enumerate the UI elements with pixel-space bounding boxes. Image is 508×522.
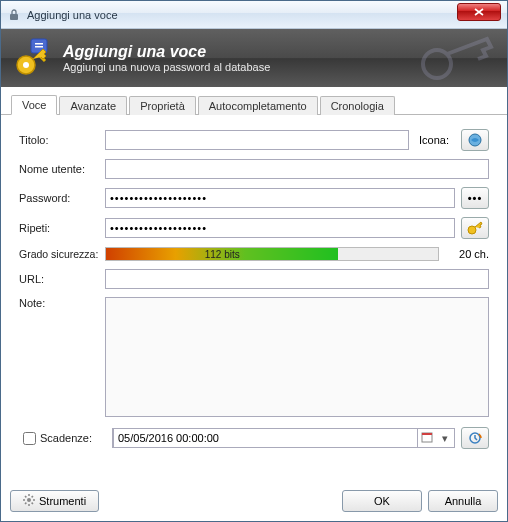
header-banner: Aggiungi una voce Aggiungi una nuova pas… — [1, 29, 507, 87]
svg-point-5 — [23, 62, 29, 68]
svg-rect-3 — [35, 46, 43, 48]
expiry-combo[interactable]: ▾ — [112, 428, 455, 448]
svg-rect-0 — [10, 14, 18, 20]
strength-text: 112 bits — [205, 249, 240, 260]
expiry-preset-button[interactable] — [461, 427, 489, 449]
url-label: URL: — [19, 273, 105, 285]
header-subtitle: Aggiungi una nuova password al database — [63, 61, 270, 73]
close-button[interactable] — [457, 3, 501, 21]
expiry-input[interactable] — [113, 428, 418, 448]
cancel-button[interactable]: Annulla — [428, 490, 498, 512]
title-label: Titolo: — [19, 134, 105, 146]
repeat-input[interactable] — [105, 218, 455, 238]
background-key-icon — [417, 34, 497, 86]
tab-proprieta[interactable]: Proprietà — [129, 96, 196, 115]
tab-autocompletamento[interactable]: Autocompletamento — [198, 96, 318, 115]
expiry-label: Scadenze: — [40, 432, 112, 444]
titlebar: Aggiungi una voce — [1, 1, 507, 29]
svg-point-12 — [27, 498, 31, 502]
chevron-down-icon[interactable]: ▾ — [436, 432, 454, 445]
title-input[interactable] — [105, 130, 409, 150]
gear-icon — [23, 494, 35, 508]
username-input[interactable] — [105, 159, 489, 179]
strength-chars: 20 ch. — [447, 248, 489, 260]
tools-label: Strumenti — [39, 495, 86, 507]
header-title: Aggiungi una voce — [63, 43, 270, 61]
generate-password-button[interactable] — [461, 217, 489, 239]
tab-voce[interactable]: Voce — [11, 95, 57, 115]
expiry-checkbox[interactable] — [23, 432, 36, 445]
show-password-button[interactable]: ••• — [461, 187, 489, 209]
notes-textarea[interactable] — [105, 297, 489, 417]
strength-label: Grado sicurezza: — [19, 248, 105, 260]
svg-point-6 — [423, 50, 451, 78]
strength-meter: 112 bits — [105, 247, 439, 261]
tab-content: Titolo: Icona: Nome utente: Password: ••… — [1, 115, 507, 467]
key-icon — [11, 37, 53, 79]
window-title: Aggiungi una voce — [27, 9, 503, 21]
url-input[interactable] — [105, 269, 489, 289]
username-label: Nome utente: — [19, 163, 105, 175]
repeat-label: Ripeti: — [19, 222, 105, 234]
tab-avanzate[interactable]: Avanzate — [59, 96, 127, 115]
tab-cronologia[interactable]: Cronologia — [320, 96, 395, 115]
notes-label: Note: — [19, 297, 105, 309]
svg-rect-2 — [35, 43, 43, 45]
svg-point-8 — [468, 226, 476, 234]
ok-button[interactable]: OK — [342, 490, 422, 512]
icon-label: Icona: — [419, 134, 449, 146]
password-input[interactable] — [105, 188, 455, 208]
dialog-footer: Strumenti OK Annulla — [10, 490, 498, 512]
choose-icon-button[interactable] — [461, 129, 489, 151]
tab-strip: Voce Avanzate Proprietà Autocompletament… — [1, 93, 507, 115]
password-label: Password: — [19, 192, 105, 204]
strength-fill: 112 bits — [106, 248, 338, 260]
svg-rect-10 — [422, 433, 432, 435]
calendar-icon[interactable] — [418, 431, 436, 445]
tools-button[interactable]: Strumenti — [10, 490, 99, 512]
lock-icon — [7, 8, 21, 22]
